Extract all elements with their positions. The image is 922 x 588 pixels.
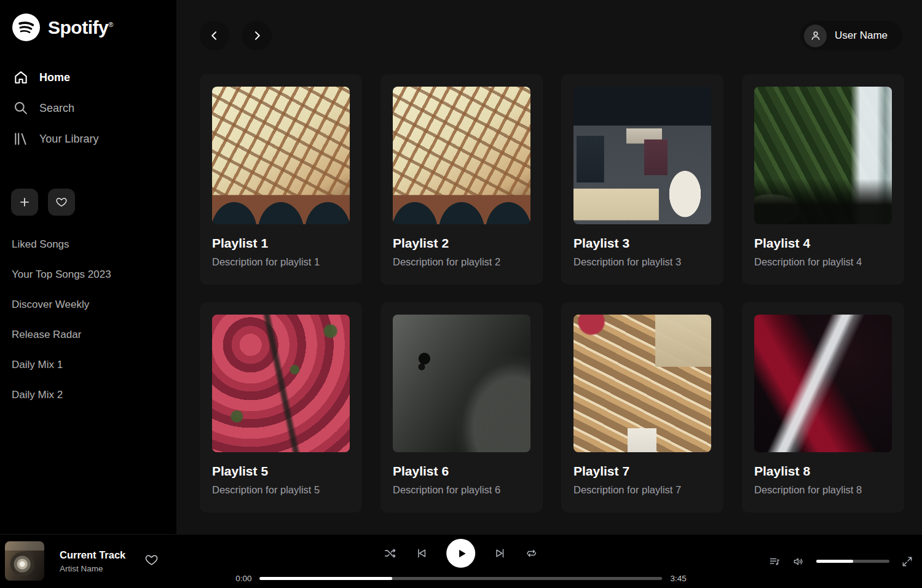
sidebar-playlist-link[interactable]: Your Top Songs 2023 — [0, 259, 176, 289]
playlist-title: Playlist 8 — [754, 464, 892, 479]
now-playing: Current Track Artist Name — [5, 541, 159, 581]
artist-name: Artist Name — [60, 564, 125, 573]
sidebar-item-label: Your Library — [39, 133, 98, 146]
sidebar-playlist-link[interactable]: Daily Mix 1 — [0, 350, 176, 380]
back-button[interactable] — [200, 21, 229, 50]
create-playlist-button[interactable] — [11, 189, 38, 216]
playlist-card-3[interactable]: Playlist 3 Description for playlist 3 — [561, 74, 723, 284]
sidebar-item-your-library[interactable]: Your Library — [0, 123, 176, 154]
sidebar: Spotify® Home Search Your Library Liked … — [0, 0, 176, 534]
previous-track-icon — [416, 547, 428, 560]
heart-icon — [144, 553, 159, 567]
playlist-card-2[interactable]: Playlist 2 Description for playlist 2 — [380, 74, 543, 284]
playlist-description: Description for playlist 2 — [393, 256, 530, 268]
playlist-description: Description for playlist 3 — [573, 256, 711, 268]
progress-row: 0:00 3:45 — [235, 574, 687, 583]
playlist-card-5[interactable]: Playlist 5 Description for playlist 5 — [200, 302, 362, 512]
queue-icon — [768, 555, 781, 568]
playlist-title: Playlist 6 — [393, 464, 530, 479]
now-playing-text: Current Track Artist Name — [60, 549, 125, 573]
avatar — [804, 25, 827, 47]
transport-buttons — [384, 539, 538, 568]
sidebar-playlist-link[interactable]: Daily Mix 2 — [0, 380, 176, 410]
playlist-cover-image — [754, 315, 892, 452]
sidebar-nav: Home Search Your Library — [0, 62, 176, 154]
playlist-title: Playlist 7 — [573, 464, 711, 479]
playlist-card-1[interactable]: Playlist 1 Description for playlist 1 — [200, 74, 362, 284]
play-icon — [455, 547, 468, 560]
shuffle-button[interactable] — [384, 547, 397, 560]
heart-icon — [55, 196, 68, 208]
repeat-icon — [526, 547, 538, 560]
plus-icon — [18, 196, 31, 208]
playlist-cover-image — [393, 315, 530, 452]
track-title: Current Track — [60, 549, 125, 561]
chevron-left-icon — [208, 29, 221, 42]
sidebar-item-home[interactable]: Home — [0, 62, 176, 93]
volume-button[interactable] — [792, 555, 805, 568]
main-content: User Name Playlist 1 Description for pla… — [176, 0, 922, 534]
playlist-title: Playlist 2 — [393, 236, 530, 251]
volume-slider[interactable] — [816, 560, 889, 563]
next-track-icon — [494, 547, 507, 560]
playlist-cover-image — [393, 87, 530, 224]
history-navigation — [200, 21, 272, 50]
sidebar-playlist-link[interactable]: Liked Songs — [0, 229, 176, 259]
queue-button[interactable] — [768, 555, 781, 568]
playlist-title: Playlist 1 — [212, 236, 350, 251]
sidebar-item-search[interactable]: Search — [0, 93, 176, 123]
liked-songs-button[interactable] — [48, 189, 75, 216]
playlist-description: Description for playlist 6 — [393, 484, 530, 496]
fullscreen-icon — [901, 555, 913, 568]
playlist-description: Description for playlist 8 — [754, 484, 892, 496]
seek-bar[interactable] — [260, 577, 663, 580]
playlist-cover-image — [573, 87, 711, 224]
library-icon — [13, 131, 29, 147]
playlist-title: Playlist 5 — [212, 464, 350, 479]
elapsed-time: 0:00 — [235, 574, 251, 583]
search-icon — [13, 100, 29, 116]
playback-controls: 0:00 3:45 — [235, 539, 687, 583]
person-icon — [810, 29, 822, 42]
forward-button[interactable] — [242, 21, 272, 50]
play-button[interactable] — [447, 539, 476, 568]
playlist-card-7[interactable]: Playlist 7 Description for playlist 7 — [561, 302, 723, 512]
spotify-logo-icon — [12, 14, 40, 41]
shuffle-icon — [384, 547, 397, 560]
user-name-label: User Name — [835, 29, 888, 42]
sidebar-playlist-link[interactable]: Discover Weekly — [0, 289, 176, 319]
playlist-cover-image — [754, 87, 892, 224]
home-icon — [13, 69, 29, 85]
playlist-cover-image — [212, 315, 350, 452]
like-track-button[interactable] — [144, 553, 159, 569]
repeat-button[interactable] — [526, 547, 538, 560]
playlist-title: Playlist 4 — [754, 236, 892, 251]
playlist-description: Description for playlist 4 — [754, 256, 892, 268]
playlist-description: Description for playlist 1 — [212, 256, 350, 268]
registered-mark: ® — [108, 21, 113, 28]
previous-track-button[interactable] — [416, 547, 428, 560]
playlist-card-4[interactable]: Playlist 4 Description for playlist 4 — [742, 74, 904, 284]
fullscreen-button[interactable] — [901, 555, 913, 568]
album-art — [5, 541, 44, 581]
player-bar: Current Track Artist Name 0:0 — [0, 534, 922, 588]
topbar: User Name — [200, 21, 902, 50]
total-duration: 3:45 — [671, 574, 687, 583]
sidebar-playlist-link[interactable]: Release Radar — [0, 319, 176, 350]
sidebar-actions — [11, 189, 176, 216]
playlist-card-8[interactable]: Playlist 8 Description for playlist 8 — [742, 302, 904, 512]
volume-fill — [816, 560, 853, 563]
sidebar-item-label: Home — [39, 71, 70, 84]
next-track-button[interactable] — [494, 547, 507, 560]
playlist-description: Description for playlist 5 — [212, 484, 350, 496]
playlist-cover-image — [212, 87, 350, 224]
progress-fill — [260, 577, 393, 580]
volume-icon — [792, 555, 805, 568]
playlist-title: Playlist 3 — [573, 236, 711, 251]
chevron-right-icon — [251, 29, 263, 42]
sidebar-playlists: Liked SongsYour Top Songs 2023Discover W… — [0, 229, 176, 410]
playlist-card-6[interactable]: Playlist 6 Description for playlist 6 — [380, 302, 543, 512]
secondary-controls — [768, 555, 913, 568]
user-menu-button[interactable]: User Name — [800, 21, 902, 50]
brand-name: Spotify® — [48, 17, 113, 38]
